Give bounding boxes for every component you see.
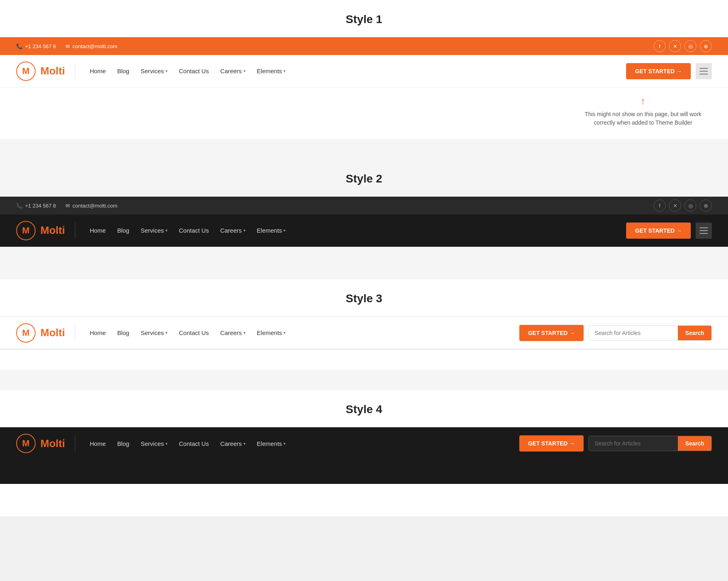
logo-text: Molti	[40, 327, 65, 339]
nav-blog[interactable]: Blog	[112, 437, 134, 450]
logo-text: Molti	[40, 437, 65, 450]
search-input[interactable]	[589, 436, 678, 451]
style4-section: Style 4 M Molti Home Blog Services ▾ Con…	[0, 390, 728, 484]
email-icon: ✉	[66, 43, 70, 49]
nav-home[interactable]: Home	[85, 64, 111, 78]
nav-careers[interactable]: Careers ▾	[215, 224, 250, 237]
style1-topbar-left: 📞 +1 234 567 8 ✉ contact@molti.com	[16, 43, 117, 49]
bottom-space	[0, 484, 728, 516]
style1-nav: Home Blog Services ▾ Contact Us Careers …	[85, 64, 626, 78]
search-button[interactable]: Search	[678, 326, 711, 340]
twitter-icon[interactable]: ✕	[669, 40, 681, 52]
get-started-button[interactable]: GET STARTED →	[626, 223, 691, 239]
chevron-icon: ▾	[165, 331, 167, 335]
chevron-icon: ▾	[165, 69, 167, 73]
style1-topbar: 📞 +1 234 567 8 ✉ contact@molti.com f ✕ ◎…	[0, 37, 728, 55]
style4-title: Style 4	[0, 390, 728, 427]
twitter-icon[interactable]: ✕	[669, 199, 681, 212]
chevron-icon: ▾	[284, 228, 286, 233]
nav-services[interactable]: Services ▾	[136, 224, 173, 237]
style1-phone[interactable]: 📞 +1 234 567 8	[16, 43, 56, 49]
logo-icon: M	[16, 221, 36, 240]
nav-contact[interactable]: Contact Us	[174, 224, 214, 237]
logo-icon: M	[16, 61, 36, 81]
phone-icon: 📞	[16, 43, 23, 49]
nav-elements[interactable]: Elements ▾	[252, 437, 291, 450]
nav-careers[interactable]: Careers ▾	[215, 437, 250, 450]
nav-elements[interactable]: Elements ▾	[252, 326, 291, 339]
style1-email[interactable]: ✉ contact@molti.com	[66, 43, 117, 49]
spacer-2	[0, 267, 728, 279]
chevron-icon: ▾	[243, 331, 245, 335]
logo-text: Molti	[40, 65, 65, 77]
dribbble-icon[interactable]: ⊕	[700, 40, 712, 52]
email-icon: ✉	[66, 203, 70, 209]
instagram-icon[interactable]: ◎	[684, 199, 696, 212]
hamburger-button[interactable]	[696, 63, 712, 79]
logo-icon: M	[16, 434, 36, 453]
nav-contact[interactable]: Contact Us	[174, 64, 214, 78]
dribbble-icon[interactable]: ⊕	[700, 199, 712, 212]
style3-title: Style 3	[0, 279, 728, 316]
chevron-icon: ▾	[243, 228, 245, 233]
hamburger-button[interactable]	[696, 223, 712, 239]
note-box: ↑ This might not show on this page, but …	[574, 95, 712, 127]
nav-careers[interactable]: Careers ▾	[215, 64, 250, 78]
nav-services[interactable]: Services ▾	[136, 326, 173, 339]
spacer-1	[0, 139, 728, 159]
chevron-icon: ▾	[165, 441, 167, 446]
style3-logo[interactable]: M Molti	[16, 323, 65, 343]
style2-email[interactable]: ✉ contact@molti.com	[66, 203, 117, 209]
search-input[interactable]	[589, 326, 678, 340]
nav-blog[interactable]: Blog	[112, 326, 134, 339]
chevron-icon: ▾	[284, 331, 286, 335]
nav-home[interactable]: Home	[85, 224, 111, 237]
style2-nav: Home Blog Services ▾ Contact Us Careers …	[85, 224, 626, 237]
arrow-up-icon: ↑	[641, 95, 645, 107]
note-text: This might not show on this page, but wi…	[574, 110, 712, 127]
get-started-button[interactable]: GET STARTED →	[519, 435, 584, 452]
nav-services[interactable]: Services ▾	[136, 437, 173, 450]
nav-services[interactable]: Services ▾	[136, 64, 173, 78]
nav-careers[interactable]: Careers ▾	[215, 326, 250, 339]
style3-nav: Home Blog Services ▾ Contact Us Careers …	[85, 326, 519, 339]
chevron-icon: ▾	[243, 69, 245, 73]
nav-home[interactable]: Home	[85, 326, 111, 339]
facebook-icon[interactable]: f	[654, 199, 666, 212]
facebook-icon[interactable]: f	[654, 40, 666, 52]
style2-title: Style 2	[0, 159, 728, 197]
nav-contact[interactable]: Contact Us	[174, 326, 214, 339]
style1-socials: f ✕ ◎ ⊕	[654, 40, 712, 52]
get-started-button[interactable]: GET STARTED →	[626, 63, 691, 79]
nav-elements[interactable]: Elements ▾	[252, 224, 291, 237]
style2-bottom-space	[0, 247, 728, 267]
search-box: Search	[588, 325, 712, 341]
search-button[interactable]: Search	[678, 436, 711, 451]
style3-nav-right: GET STARTED → Search	[519, 325, 712, 341]
style4-logo[interactable]: M Molti	[16, 434, 65, 453]
style2-phone[interactable]: 📞 +1 234 567 8	[16, 203, 56, 209]
style4-nav-right: GET STARTED → Search	[519, 435, 712, 452]
style3-bottom-space	[0, 350, 728, 370]
style4-nav: Home Blog Services ▾ Contact Us Careers …	[85, 437, 519, 450]
nav-elements[interactable]: Elements ▾	[252, 64, 291, 78]
style1-logo[interactable]: M Molti	[16, 61, 65, 81]
nav-blog[interactable]: Blog	[112, 224, 134, 237]
style3-navbar: M Molti Home Blog Services ▾ Contact Us …	[0, 317, 728, 349]
phone-icon: 📞	[16, 203, 23, 209]
style1-title: Style 1	[0, 0, 728, 37]
logo-divider	[75, 435, 75, 452]
chevron-icon: ▾	[284, 441, 286, 446]
style1-section: Style 1 📞 +1 234 567 8 ✉ contact@molti.c…	[0, 0, 728, 139]
style4-bottom-space	[0, 460, 728, 484]
nav-home[interactable]: Home	[85, 437, 111, 450]
style2-topbar: 📞 +1 234 567 8 ✉ contact@molti.com f ✕ ◎…	[0, 197, 728, 214]
get-started-button[interactable]: GET STARTED →	[519, 325, 584, 341]
logo-divider	[75, 63, 75, 79]
nav-contact[interactable]: Contact Us	[174, 437, 214, 450]
style3-section: Style 3 M Molti Home Blog Services ▾ Con…	[0, 279, 728, 370]
nav-blog[interactable]: Blog	[112, 64, 134, 78]
style2-logo[interactable]: M Molti	[16, 221, 65, 240]
instagram-icon[interactable]: ◎	[684, 40, 696, 52]
logo-divider	[75, 325, 75, 341]
